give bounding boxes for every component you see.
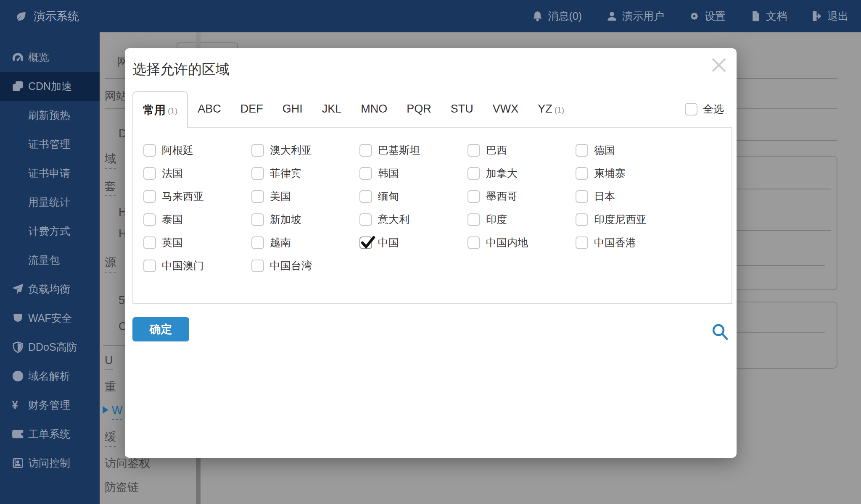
sidebar-item[interactable]: 证书申请 xyxy=(0,159,100,188)
checkbox[interactable] xyxy=(143,167,156,180)
checkbox[interactable] xyxy=(467,236,480,249)
checkbox[interactable] xyxy=(143,190,156,203)
close-icon[interactable] xyxy=(708,54,730,76)
region-checkbox-item[interactable]: 中国 xyxy=(359,231,467,254)
sidebar-item[interactable]: 用量统计 xyxy=(0,188,100,217)
region-checkbox-item[interactable]: 澳大利亚 xyxy=(251,139,359,162)
region-checkbox-item[interactable]: 意大利 xyxy=(359,208,467,231)
ghost-active-link: W xyxy=(112,404,122,420)
region-checkbox-item[interactable]: 巴基斯坦 xyxy=(359,139,467,162)
tab[interactable]: DEF xyxy=(231,91,273,127)
checkbox[interactable] xyxy=(685,103,697,116)
checkbox[interactable] xyxy=(359,144,372,157)
checkbox[interactable] xyxy=(359,236,372,249)
region-checkbox-item[interactable]: 中国台湾 xyxy=(251,254,359,277)
sidebar-item[interactable]: DDoS高防 xyxy=(0,333,100,362)
checkbox[interactable] xyxy=(359,190,372,203)
checkbox[interactable] xyxy=(251,167,264,180)
tab[interactable]: PQR xyxy=(397,91,441,127)
tab[interactable]: JKL xyxy=(312,91,351,127)
checkbox[interactable] xyxy=(251,236,264,249)
region-checkbox-item[interactable]: 马来西亚 xyxy=(143,185,251,208)
region-checkbox-item[interactable]: 新加坡 xyxy=(251,208,359,231)
region-checkbox-item[interactable]: 越南 xyxy=(251,231,359,254)
region-checkbox-item[interactable]: 泰国 xyxy=(143,208,251,231)
checkbox[interactable] xyxy=(467,144,480,157)
region-checkbox-item[interactable]: 中国香港 xyxy=(576,231,684,254)
topbar-item[interactable]: 退出 xyxy=(811,9,848,23)
checkbox[interactable] xyxy=(576,213,588,226)
topbar-item[interactable]: 消息(0) xyxy=(532,9,582,23)
topbar-item[interactable]: 文档 xyxy=(750,9,787,23)
leaf-icon xyxy=(14,10,28,23)
region-checkbox-item[interactable]: 韩国 xyxy=(359,162,467,185)
checkbox[interactable] xyxy=(576,144,588,157)
tab[interactable]: ABC xyxy=(188,91,231,127)
tab[interactable]: MNO xyxy=(351,91,397,127)
checkbox[interactable] xyxy=(576,236,588,249)
sidebar-item[interactable]: 概览 xyxy=(0,43,100,72)
checkbox[interactable] xyxy=(467,213,480,226)
region-checkbox-item[interactable]: 菲律宾 xyxy=(251,162,359,185)
region-checkbox-item[interactable]: 德国 xyxy=(576,139,684,162)
ghost-label: U xyxy=(105,354,113,370)
select-all-checkbox[interactable]: 全选 xyxy=(685,102,724,116)
search-icon[interactable] xyxy=(710,322,730,342)
region-checkbox-item[interactable]: 缅甸 xyxy=(359,185,467,208)
sidebar-item[interactable]: CDN加速 xyxy=(0,72,100,101)
region-checkbox-item[interactable]: 印度 xyxy=(467,208,576,231)
sidebar-item[interactable]: 负载均衡 xyxy=(0,275,100,304)
sidebar-item[interactable]: 证书管理 xyxy=(0,130,100,159)
region-checkbox-item[interactable]: 阿根廷 xyxy=(143,139,251,162)
sidebar-item[interactable]: WAF安全 xyxy=(0,304,100,333)
ghost-label: 防盗链 xyxy=(105,480,139,495)
tab[interactable]: 常用 (1) xyxy=(132,91,188,128)
tab[interactable]: VWX xyxy=(483,91,528,127)
topbar-item[interactable]: 设置 xyxy=(689,9,726,23)
checkbox[interactable] xyxy=(143,260,156,272)
region-checkbox-item[interactable]: 中国内地 xyxy=(467,231,576,254)
region-checkbox-item[interactable]: 日本 xyxy=(576,185,684,208)
region-checkbox-item[interactable]: 墨西哥 xyxy=(467,185,576,208)
ghost-label: 域 xyxy=(105,151,116,169)
tab[interactable]: YZ (1) xyxy=(528,91,574,127)
sidebar-item[interactable]: 域名解析 xyxy=(0,362,100,391)
checkbox[interactable] xyxy=(143,144,156,157)
checkbox[interactable] xyxy=(251,213,264,226)
region-checkbox-item[interactable]: 印度尼西亚 xyxy=(576,208,684,231)
ghost-active-arrow xyxy=(103,406,108,414)
region-checkbox-item[interactable]: 中国澳门 xyxy=(143,254,251,277)
tab[interactable]: GHI xyxy=(273,91,312,127)
tab[interactable]: STU xyxy=(441,91,483,127)
topbar-item[interactable]: 演示用户 xyxy=(606,9,664,23)
checkbox[interactable] xyxy=(467,190,480,203)
dashboard-icon xyxy=(12,51,28,63)
checkbox[interactable] xyxy=(251,260,264,272)
topbar-menu: 消息(0) 演示用户 设置 文档 退出 xyxy=(532,9,848,23)
checkbox[interactable] xyxy=(143,236,156,249)
checkbox[interactable] xyxy=(467,167,480,180)
checkbox[interactable] xyxy=(251,190,264,203)
checkbox[interactable] xyxy=(251,144,264,157)
region-checkbox-item[interactable]: 柬埔寨 xyxy=(576,162,684,185)
sidebar-item[interactable]: 刷新预热 xyxy=(0,101,100,130)
checkbox[interactable] xyxy=(143,213,156,226)
sidebar-item[interactable]: ¥ 财务管理 xyxy=(0,391,100,420)
checkbox[interactable] xyxy=(576,167,588,180)
sidebar-item[interactable]: 计费方式 xyxy=(0,217,100,246)
checkbox[interactable] xyxy=(576,190,588,203)
ghost-label: 重 xyxy=(105,379,116,394)
region-checkbox-item[interactable]: 英国 xyxy=(143,231,251,254)
region-checkbox-item[interactable]: 巴西 xyxy=(467,139,576,162)
sidebar-item[interactable]: 访问控制 xyxy=(0,449,100,478)
region-checkbox-item[interactable]: 美国 xyxy=(251,185,359,208)
sidebar-item[interactable]: 工单系统 xyxy=(0,420,100,449)
ghost-label: 网站 xyxy=(105,89,127,104)
sidebar-item[interactable]: 流量包 xyxy=(0,246,100,275)
bell-icon xyxy=(532,10,543,22)
checkbox[interactable] xyxy=(359,167,372,180)
checkbox[interactable] xyxy=(359,213,372,226)
confirm-button[interactable]: 确定 xyxy=(132,317,189,341)
region-checkbox-item[interactable]: 加拿大 xyxy=(467,162,576,185)
region-checkbox-item[interactable]: 法国 xyxy=(143,162,251,185)
